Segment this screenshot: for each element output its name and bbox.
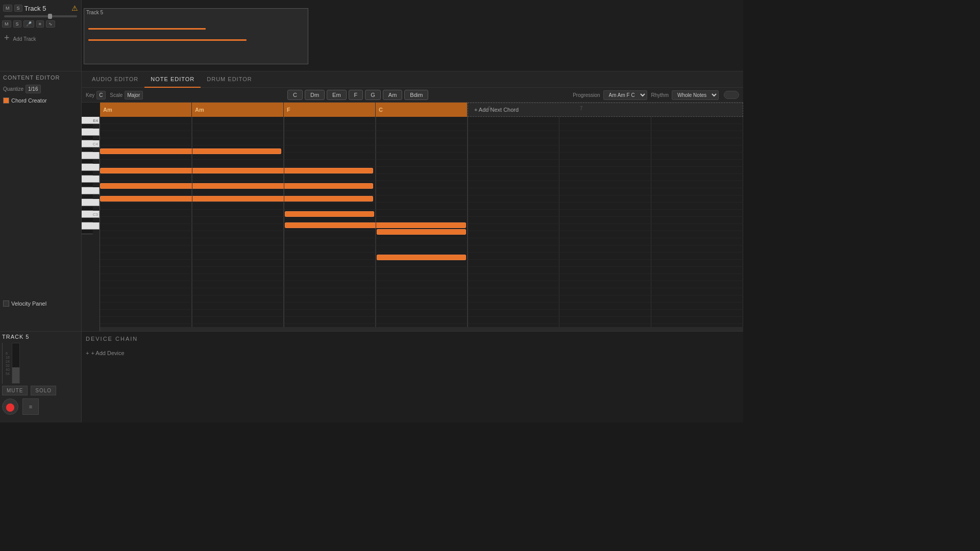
piano-key-black[interactable] bbox=[82, 218, 93, 222]
track5-clip[interactable]: Track 5 bbox=[84, 8, 308, 64]
add-device-icon: + bbox=[86, 350, 89, 356]
piano-key-black[interactable] bbox=[82, 171, 93, 176]
bar-line-5 bbox=[468, 117, 468, 331]
key-row: Key CDEFG bbox=[86, 91, 106, 99]
piano-key-black[interactable] bbox=[82, 183, 93, 187]
tab-drum-editor[interactable]: Drum Editor bbox=[201, 71, 258, 88]
chord-seg-am1[interactable]: Am bbox=[100, 103, 192, 117]
solo-button[interactable]: SOLO bbox=[31, 386, 56, 395]
s-button[interactable]: S bbox=[14, 5, 22, 12]
chord-am[interactable]: Am bbox=[383, 90, 403, 100]
add-chord-button[interactable]: + Add Next Chord bbox=[468, 103, 743, 117]
add-device-button[interactable]: + + Add Device bbox=[86, 350, 739, 356]
db-40: 40 bbox=[6, 368, 10, 371]
mute-solo-row: MUTE SOLO bbox=[2, 386, 79, 395]
piano-key-white[interactable] bbox=[82, 176, 100, 183]
piano-key-white[interactable] bbox=[82, 164, 100, 171]
quantize-label: Quantize bbox=[3, 86, 23, 92]
note-e4[interactable] bbox=[100, 148, 281, 154]
tab-note-editor[interactable]: Note Editor bbox=[144, 71, 201, 88]
record-button[interactable]: ⬤ bbox=[2, 398, 18, 415]
note-c4[interactable] bbox=[100, 168, 373, 173]
quantize-select[interactable]: 1/16 1/8 1/4 bbox=[26, 85, 41, 93]
m-button[interactable]: M bbox=[3, 5, 12, 12]
chord-segments: Am Am F C + Add Next Chord 6 7 bbox=[100, 103, 743, 117]
chord-em[interactable]: Em bbox=[327, 90, 347, 100]
rhythm-label: Rhythm bbox=[651, 92, 669, 98]
sync-toggle[interactable] bbox=[724, 91, 739, 99]
scale-select[interactable]: MajorMinor bbox=[125, 91, 143, 99]
piano-key-white[interactable] bbox=[82, 222, 100, 230]
grid-num-7: 7 bbox=[580, 106, 583, 111]
note-f3-a[interactable] bbox=[285, 211, 374, 217]
piano-key-white[interactable] bbox=[82, 152, 100, 159]
chord-creator-checkbox[interactable] bbox=[3, 97, 9, 104]
chord-c[interactable]: C bbox=[287, 90, 303, 100]
piano-key-black[interactable] bbox=[82, 124, 93, 129]
eq-button[interactable]: ≡ bbox=[22, 398, 39, 415]
add-track-icon[interactable]: + bbox=[4, 33, 10, 43]
piano-key-black[interactable] bbox=[82, 147, 93, 152]
tab-audio-editor[interactable]: Audio Editor bbox=[86, 71, 144, 88]
m-button-2[interactable]: M bbox=[2, 20, 11, 28]
mute-button[interactable]: MUTE bbox=[2, 386, 28, 395]
clip-line-1 bbox=[88, 28, 206, 30]
progression-select[interactable]: Am Am F C bbox=[603, 90, 647, 100]
rhythm-select[interactable]: Whole Notes Half Notes bbox=[672, 90, 719, 100]
horizontal-scrollbar[interactable] bbox=[100, 327, 743, 331]
volume-fader[interactable] bbox=[4, 15, 77, 17]
piano-key-white[interactable]: E4 bbox=[82, 117, 100, 124]
key-label: Key bbox=[86, 92, 94, 98]
chord-creator-label: Chord Creator bbox=[11, 97, 47, 104]
mixer-button[interactable]: ≡ bbox=[36, 20, 44, 28]
chord-bdim[interactable]: Bdim bbox=[404, 90, 428, 100]
bottom-section: TRACK 5 8 16 24 32 40 54 MUTE SOLO ⬤ ≡ D bbox=[0, 332, 743, 422]
chord-seg-am2[interactable]: Am bbox=[192, 103, 284, 117]
note-c3[interactable] bbox=[377, 255, 466, 260]
chord-g[interactable]: G bbox=[365, 90, 381, 100]
velocity-panel-checkbox[interactable] bbox=[3, 300, 9, 307]
s-button-2[interactable]: S bbox=[13, 20, 21, 28]
add-track-row: + Add Track bbox=[2, 32, 79, 44]
note-a3[interactable] bbox=[100, 183, 373, 189]
note-g3[interactable] bbox=[377, 229, 466, 235]
track5-bottom-section: TRACK 5 8 16 24 32 40 54 MUTE SOLO ⬤ ≡ bbox=[0, 332, 82, 422]
timeline-area: Track 5 bbox=[82, 0, 743, 71]
level-fill bbox=[12, 367, 19, 383]
fader-thumb bbox=[48, 14, 52, 19]
middle-section: Content Editor Quantize 1/16 1/8 1/4 Cho… bbox=[0, 71, 743, 332]
track5-bottom-label: TRACK 5 bbox=[2, 334, 79, 340]
scale-label: Scale bbox=[110, 92, 122, 98]
piano-key-white[interactable] bbox=[82, 199, 100, 206]
chord-dm[interactable]: Dm bbox=[305, 90, 325, 100]
chord-f[interactable]: F bbox=[349, 90, 363, 100]
volume-indicator bbox=[2, 343, 3, 384]
fader-row bbox=[2, 14, 79, 18]
piano-key-black[interactable] bbox=[82, 136, 93, 140]
record-arm-button[interactable]: 🎤 bbox=[23, 20, 34, 28]
piano-key-white[interactable] bbox=[82, 187, 100, 194]
rhythm-row: Rhythm Whole Notes Half Notes bbox=[651, 90, 739, 100]
piano-key-black[interactable] bbox=[82, 206, 93, 211]
piano-roll: Am Am F C + Add Next Chord 6 7 E4 C4 bbox=[82, 103, 743, 331]
velocity-row: Velocity Panel bbox=[3, 107, 78, 307]
db-16: 16 bbox=[6, 356, 10, 359]
chord-seg-c[interactable]: C bbox=[376, 103, 468, 117]
chord-seg-f[interactable]: F bbox=[284, 103, 376, 117]
piano-key-black[interactable] bbox=[82, 230, 93, 234]
db-8: 8 bbox=[6, 352, 10, 355]
track5-clip-label: Track 5 bbox=[86, 10, 103, 15]
piano-key-white[interactable] bbox=[82, 129, 100, 136]
key-select[interactable]: CDEFG bbox=[96, 91, 106, 99]
note-e4-2[interactable] bbox=[100, 196, 373, 202]
chord-buttons: C Dm Em F G Am Bdim bbox=[147, 90, 569, 100]
track-controls-row: M S 🎤 ≡ ∿ bbox=[2, 20, 79, 28]
piano-key-black[interactable] bbox=[82, 159, 93, 164]
device-chain-area: Device Chain + + Add Device bbox=[82, 332, 743, 422]
bar-line-4 bbox=[376, 117, 376, 331]
piano-key-black[interactable] bbox=[82, 194, 93, 199]
automation-button[interactable]: ∿ bbox=[46, 20, 55, 28]
progression-label: Progression bbox=[573, 92, 600, 98]
piano-key-white[interactable]: C3 bbox=[82, 211, 100, 218]
piano-key-white[interactable]: C4 bbox=[82, 140, 100, 147]
